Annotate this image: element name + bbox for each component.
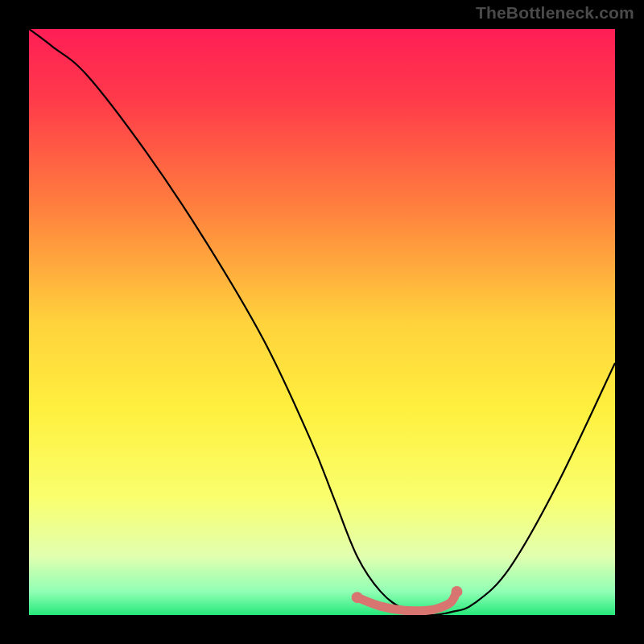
watermark-text: TheBottleneck.com (476, 3, 634, 23)
highlight-point (451, 586, 462, 597)
highlight-segment (357, 592, 457, 611)
chart-plot-area (29, 29, 615, 615)
bottleneck-curve (29, 29, 615, 615)
curve-layer (29, 29, 615, 615)
highlight-point (352, 592, 363, 603)
